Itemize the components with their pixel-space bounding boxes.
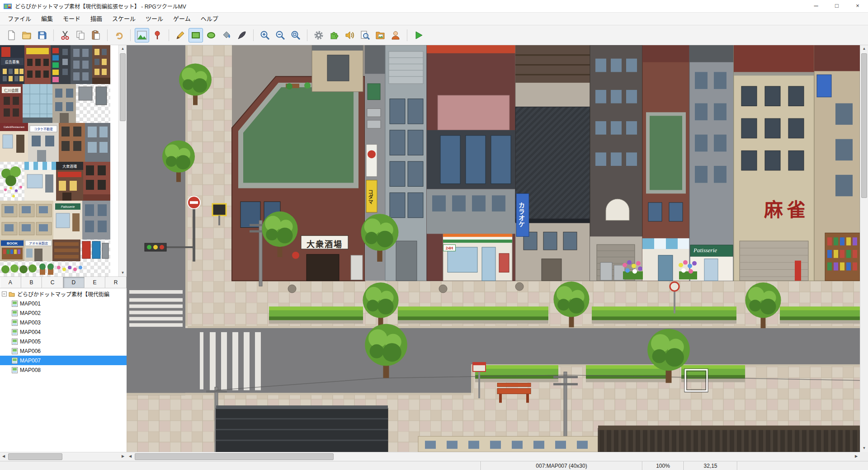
tree-item-map005[interactable]: MAP005 xyxy=(0,337,127,346)
palette-tab-b[interactable]: B xyxy=(21,277,42,288)
flood-fill-tool-button[interactable] xyxy=(219,28,234,42)
copy-button[interactable] xyxy=(73,28,88,42)
status-map-info: 007:MAP007 (40x30) xyxy=(481,461,642,470)
tileset-palette-image xyxy=(0,45,118,277)
pencil-icon xyxy=(175,30,186,41)
zoom-out-button[interactable] xyxy=(273,28,288,42)
zoom-actual-icon xyxy=(290,30,301,41)
titlebar: どらぴかドットマップ素材【現代街編拡張セット】 - RPGツクールMV ─ □ … xyxy=(0,0,868,13)
canvas-vscroll-thumb[interactable] xyxy=(861,53,867,198)
tree-item-map006[interactable]: MAP006 xyxy=(0,346,127,356)
palette-tab-a[interactable]: A xyxy=(0,277,21,288)
tree-root-label: どらぴかドットマップ素材【現代街編 xyxy=(17,290,109,298)
playtest-button[interactable] xyxy=(411,28,426,42)
map-tree-root[interactable]: − どらぴかドットマップ素材【現代街編 xyxy=(0,289,127,299)
database-button[interactable] xyxy=(311,28,326,42)
tileset-palette[interactable]: 広告募集 仁川会館 Cafe&Restaurant コタケ不動産 大衆酒場 Pa… xyxy=(0,45,127,277)
menu-tools[interactable]: ツール xyxy=(141,13,168,25)
undo-button[interactable] xyxy=(112,28,126,42)
sidebar-hscrollbar[interactable]: ◀ ▶ xyxy=(0,452,127,461)
ellipse-tool-button[interactable] xyxy=(204,28,218,42)
paste-button[interactable] xyxy=(89,28,103,42)
open-folder-icon xyxy=(21,30,32,41)
tree-item-map004[interactable]: MAP004 xyxy=(0,327,127,337)
character-generator-button[interactable] xyxy=(388,28,403,42)
shadow-pen-icon xyxy=(236,30,247,41)
toolbar-separator xyxy=(53,29,54,41)
tree-collapse-icon[interactable]: − xyxy=(2,291,7,296)
palette-scroll-thumb[interactable] xyxy=(120,53,126,121)
event-mode-button[interactable] xyxy=(150,28,165,42)
menu-edit[interactable]: 編集 xyxy=(36,13,58,25)
rectangle-tool-button[interactable] xyxy=(189,28,203,42)
menu-scale[interactable]: スケール xyxy=(107,13,141,25)
window-title: どらぴかドットマップ素材【現代街編拡張セット】 - RPGツクールMV xyxy=(15,2,186,10)
map-label: MAP002 xyxy=(20,310,41,316)
toolbar-separator xyxy=(253,29,254,41)
scroll-down-arrow[interactable]: ▼ xyxy=(119,269,127,277)
scroll-up-arrow[interactable]: ▲ xyxy=(860,45,868,52)
scroll-up-arrow[interactable]: ▲ xyxy=(119,45,127,52)
clipboard-icon xyxy=(90,30,101,41)
tree-item-map001[interactable]: MAP001 xyxy=(0,299,127,308)
zoom-actual-button[interactable] xyxy=(288,28,303,42)
open-project-button[interactable] xyxy=(19,28,34,42)
rectangle-tool-icon xyxy=(190,30,201,41)
map-label: MAP007 xyxy=(20,357,41,364)
tree-item-map002[interactable]: MAP002 xyxy=(0,308,127,318)
palette-tab-e[interactable]: E xyxy=(85,277,106,288)
palette-scrollbar[interactable]: ▲ ▼ xyxy=(118,45,127,277)
map-label: MAP004 xyxy=(20,329,41,335)
scroll-left-arrow[interactable]: ◀ xyxy=(0,452,7,461)
map-canvas-image xyxy=(127,45,860,452)
map-label: MAP008 xyxy=(20,367,41,373)
save-project-button[interactable] xyxy=(35,28,49,42)
building-brick-roofgarden xyxy=(642,45,689,281)
scroll-down-arrow[interactable]: ▼ xyxy=(860,445,868,452)
project-folder-icon xyxy=(9,291,15,297)
undo-icon xyxy=(113,30,124,41)
event-search-button[interactable] xyxy=(358,28,372,42)
sidebar: 広告募集 仁川会館 Cafe&Restaurant コタケ不動産 大衆酒場 Pa… xyxy=(0,45,127,461)
canvas-hscroll-thumb[interactable] xyxy=(135,453,334,460)
tree-item-map003[interactable]: MAP003 xyxy=(0,318,127,327)
map-mode-button[interactable] xyxy=(135,28,149,42)
maximize-button[interactable]: □ xyxy=(826,0,847,13)
map-label: MAP003 xyxy=(20,320,41,326)
pencil-tool-button[interactable] xyxy=(173,28,188,42)
resource-manager-button[interactable] xyxy=(373,28,387,42)
map-canvas[interactable]: 大衆酒場 カラオケ コダマ 24H Patisserie 麻雀 xyxy=(127,45,860,452)
scroll-right-arrow[interactable]: ▶ xyxy=(853,452,860,461)
minimize-button[interactable]: ─ xyxy=(806,0,826,13)
menu-file[interactable]: ファイル xyxy=(3,13,36,25)
sidebar-scroll-thumb[interactable] xyxy=(8,453,62,460)
tree-item-map008[interactable]: MAP008 xyxy=(0,365,127,375)
palette-tab-c[interactable]: C xyxy=(42,277,63,288)
zoom-in-button[interactable] xyxy=(258,28,272,42)
menu-help[interactable]: ヘルプ xyxy=(196,13,223,25)
palette-tab-r[interactable]: R xyxy=(105,277,127,288)
sound-test-button[interactable] xyxy=(342,28,357,42)
map-icon xyxy=(12,329,18,335)
scroll-right-arrow[interactable]: ▶ xyxy=(119,452,127,461)
close-button[interactable]: × xyxy=(847,0,868,13)
plugin-manager-button[interactable] xyxy=(327,28,341,42)
scroll-left-arrow[interactable]: ◀ xyxy=(127,452,134,461)
new-project-button[interactable] xyxy=(4,28,19,42)
status-tile-coords: 32,15 xyxy=(684,461,737,470)
palette-tab-d[interactable]: D xyxy=(63,277,85,288)
canvas-vscrollbar[interactable]: ▲ ▼ xyxy=(860,45,868,452)
menu-draw[interactable]: 描画 xyxy=(85,13,107,25)
shadow-pen-tool-button[interactable] xyxy=(235,28,249,42)
gear-icon xyxy=(313,30,324,41)
canvas-hscrollbar[interactable]: ◀ ▶ xyxy=(127,452,860,461)
hedges-lower xyxy=(475,365,745,382)
map-label: MAP001 xyxy=(20,301,41,307)
tree-item-map007-selected[interactable]: MAP007 xyxy=(0,356,127,365)
status-empty-section xyxy=(737,461,868,470)
new-document-icon xyxy=(6,30,17,41)
cut-button[interactable] xyxy=(58,28,72,42)
menu-game[interactable]: ゲーム xyxy=(168,13,196,25)
menu-mode[interactable]: モード xyxy=(58,13,85,25)
menubar: ファイル 編集 モード 描画 スケール ツール ゲーム ヘルプ xyxy=(0,13,868,25)
